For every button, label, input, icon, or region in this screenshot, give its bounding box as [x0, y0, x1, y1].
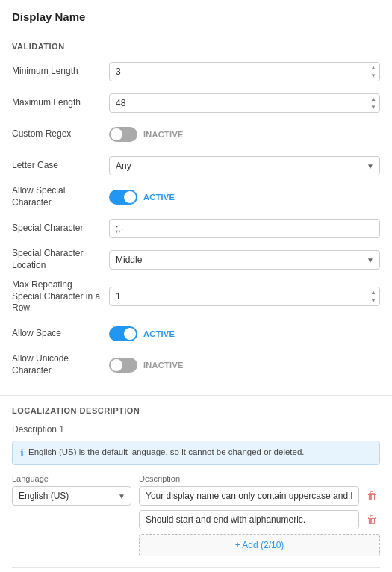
language-column: Language English (US) ▼	[12, 474, 131, 506]
special-char-location-row: Special Character Location Middle Start …	[12, 248, 380, 272]
max-repeating-spinners: ▲ ▼	[368, 288, 379, 305]
allow-space-slider	[109, 326, 137, 341]
allow-unicode-row: Allow Unicode Character INACTIVE	[12, 353, 380, 377]
description-1-input[interactable]	[139, 486, 359, 506]
localization-section-title: LOCALIZATION DESCRIPTION	[12, 406, 380, 415]
allow-special-char-status: ACTIVE	[143, 193, 175, 202]
language-field-label: Language	[12, 474, 131, 483]
description-field-label: Description	[139, 474, 380, 483]
custom-regex-status: INACTIVE	[143, 130, 184, 139]
letter-case-row: Letter Case Any Uppercase Lowercase Mixe…	[12, 154, 380, 178]
minimum-length-spinners: ▲ ▼	[368, 63, 379, 80]
max-repeating-row: Max Repeating Special Character in a Row…	[12, 279, 380, 314]
max-repeating-label: Max Repeating Special Character in a Row	[12, 279, 109, 314]
description-2-row: 🗑	[139, 510, 380, 529]
allow-special-char-label: Allow Special Character	[12, 185, 109, 208]
custom-regex-slider	[109, 127, 137, 142]
description-1-delete[interactable]: 🗑	[364, 488, 380, 503]
minimum-length-control: ▲ ▼	[109, 62, 380, 81]
language-select[interactable]: English (US)	[12, 486, 131, 506]
special-char-control	[109, 219, 380, 238]
description-2-delete[interactable]: 🗑	[364, 512, 380, 527]
minimum-length-row: Minimum Length ▲ ▼	[12, 60, 380, 84]
allow-space-row: Allow Space ACTIVE	[12, 322, 380, 346]
description-subtitle: Description 1	[12, 424, 380, 435]
custom-regex-control: INACTIVE	[109, 127, 380, 142]
page-title: Display Name	[12, 10, 85, 23]
maximum-length-input[interactable]	[109, 93, 380, 113]
loc-fields-row: Language English (US) ▼ Description 🗑 🗑 …	[12, 474, 380, 556]
special-char-label: Special Character	[12, 223, 109, 234]
allow-space-control: ACTIVE	[109, 326, 380, 341]
max-repeating-up[interactable]: ▲	[368, 288, 379, 296]
description-2-input[interactable]	[139, 510, 359, 529]
description-column: Description 🗑 🗑 + Add (2/10)	[139, 474, 380, 556]
max-repeating-down[interactable]: ▼	[368, 296, 379, 305]
custom-regex-toggle[interactable]	[109, 127, 137, 142]
validation-section: VALIDATION Minimum Length ▲ ▼ Maximum Le…	[0, 31, 392, 396]
max-repeating-input[interactable]	[109, 287, 380, 306]
special-char-location-control: Middle Start End Any ▼	[109, 250, 380, 270]
allow-special-char-control: ACTIVE	[109, 190, 380, 205]
validation-section-title: VALIDATION	[12, 42, 380, 51]
maximum-length-down[interactable]: ▼	[368, 103, 379, 111]
letter-case-label: Letter Case	[12, 160, 109, 172]
max-repeating-control: ▲ ▼	[109, 287, 380, 306]
allow-special-char-row: Allow Special Character ACTIVE	[12, 185, 380, 209]
special-char-row: Special Character	[12, 217, 380, 240]
minimum-length-up[interactable]: ▲	[368, 63, 379, 72]
minimum-length-label: Minimum Length	[12, 66, 109, 78]
description-1-row: 🗑	[139, 486, 380, 506]
info-text: English (US) is the default language, so…	[28, 447, 305, 456]
allow-special-char-slider	[109, 190, 137, 205]
minimum-length-down[interactable]: ▼	[368, 72, 379, 80]
maximum-length-label: Maximum Length	[12, 97, 109, 109]
maximum-length-spinners: ▲ ▼	[368, 95, 379, 111]
allow-unicode-status: INACTIVE	[143, 361, 184, 370]
allow-space-label: Allow Space	[12, 328, 109, 340]
allow-space-status: ACTIVE	[143, 329, 175, 338]
page-header: Display Name	[0, 0, 392, 31]
maximum-length-control: ▲ ▼	[109, 93, 380, 113]
letter-case-control: Any Uppercase Lowercase Mixed ▼	[109, 156, 380, 175]
maximum-length-up[interactable]: ▲	[368, 95, 379, 103]
special-char-location-select[interactable]: Middle Start End Any	[109, 250, 380, 270]
maximum-length-row: Maximum Length ▲ ▼	[12, 91, 380, 115]
letter-case-select[interactable]: Any Uppercase Lowercase Mixed	[109, 156, 380, 175]
special-char-location-label: Special Character Location	[12, 248, 109, 271]
special-char-input[interactable]	[109, 219, 380, 238]
custom-regex-row: Custom Regex INACTIVE	[12, 122, 380, 146]
localization-section: LOCALIZATION DESCRIPTION Description 1 ℹ…	[0, 396, 392, 572]
info-banner: ℹ English (US) is the default language, …	[12, 441, 380, 465]
allow-special-char-toggle[interactable]	[109, 190, 137, 205]
allow-unicode-control: INACTIVE	[109, 358, 380, 373]
allow-unicode-slider	[109, 358, 137, 373]
allow-space-toggle[interactable]	[109, 326, 137, 341]
custom-regex-label: Custom Regex	[12, 128, 109, 140]
minimum-length-input[interactable]	[109, 62, 380, 81]
divider	[12, 567, 380, 568]
info-icon: ℹ	[20, 447, 24, 458]
add-description-button[interactable]: + Add (2/10)	[139, 534, 380, 556]
allow-unicode-label: Allow Unicode Character	[12, 353, 109, 376]
allow-unicode-toggle[interactable]	[109, 358, 137, 373]
